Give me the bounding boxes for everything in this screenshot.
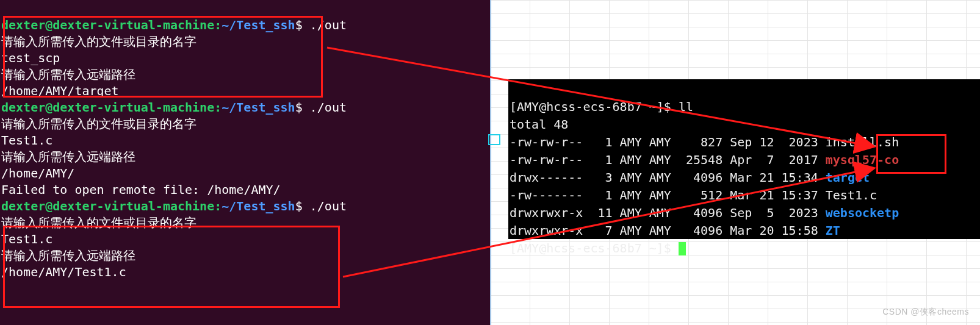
prompt-right: [AMY@hcss-ecs-68b7 ~]$ xyxy=(510,241,671,255)
input-path-2: /home/AMY/ xyxy=(1,166,74,180)
watermark: CSDN @侠客cheems xyxy=(882,307,969,318)
cmd-text: ./out xyxy=(310,100,347,115)
ls-rows: -rw-rw-r-- 1 AMY AMY 827 Sep 12 2023 ins… xyxy=(510,135,899,238)
file-plain: Test1.c xyxy=(826,188,877,202)
prompt-path: ~/Test_ssh xyxy=(222,100,295,115)
ask-file-2: 请输入所需传入的文件或目录的名字 xyxy=(1,116,196,131)
ask-path-2: 请输入所需传入远端路径 xyxy=(1,149,135,164)
annotation-box-cyan xyxy=(488,134,500,145)
file-dir: target xyxy=(826,170,870,185)
file-dir: websocketp xyxy=(826,205,899,220)
prompt-sep: : xyxy=(214,199,222,213)
prompt-dollar: $ xyxy=(295,100,303,115)
total-line: total 48 xyxy=(510,117,568,132)
cmd-ll: ll xyxy=(679,99,693,114)
prompt-user: dexter@dexter-virtual-machine xyxy=(1,100,214,115)
input-file-2: Test1.c xyxy=(1,133,52,148)
prompt-right: [AMY@hcss-ecs-68b7 ~]$ xyxy=(510,99,671,114)
file-dir: ZT xyxy=(826,223,840,238)
error-text: Failed to open remote file: /home/AMY/ xyxy=(1,182,281,197)
prompt-path: ~/Test_ssh xyxy=(222,199,295,213)
annotation-box-2 xyxy=(3,226,340,308)
prompt-sep: : xyxy=(214,100,222,115)
column-divider xyxy=(491,0,491,325)
annotation-box-1 xyxy=(3,16,323,98)
prompt-user: dexter@dexter-virtual-machine xyxy=(1,199,214,213)
annotation-box-3 xyxy=(876,134,946,174)
prompt-dollar: $ xyxy=(295,199,303,213)
cursor-block xyxy=(679,242,686,255)
cmd-text: ./out xyxy=(310,199,347,213)
